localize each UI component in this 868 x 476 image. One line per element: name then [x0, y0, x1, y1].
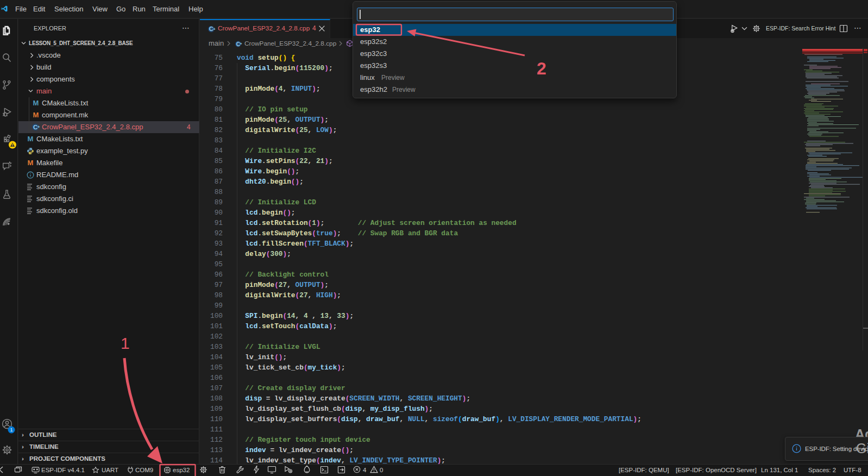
svg-text:1: 1 [121, 334, 130, 352]
svg-text:2: 2 [537, 59, 546, 78]
